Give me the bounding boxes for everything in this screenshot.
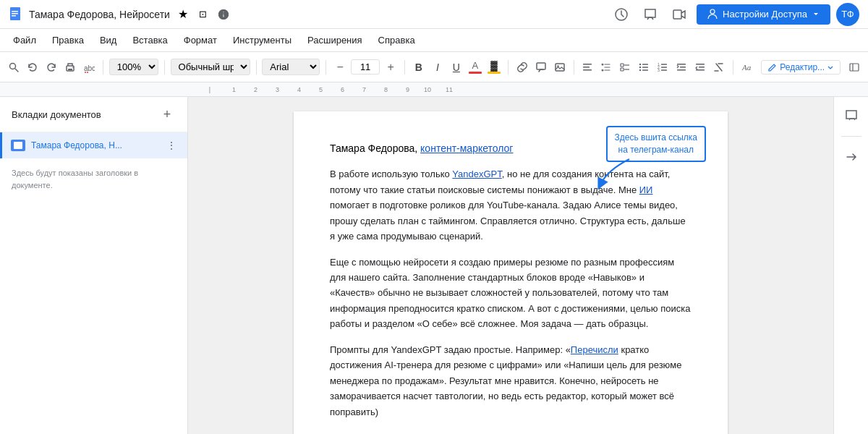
- separator-4: [326, 60, 326, 75]
- align-btn[interactable]: [579, 57, 595, 77]
- spellcheck-btn[interactable]: abc: [81, 57, 97, 77]
- document-page: Здесь вшита ссылка на телеграм-канал Там…: [294, 111, 728, 434]
- expand-right-btn[interactable]: [838, 144, 864, 170]
- menu-help[interactable]: Справка: [371, 32, 422, 48]
- doc-title-link[interactable]: контент-маркетолог: [420, 142, 513, 154]
- clear-format-btn[interactable]: [711, 57, 727, 77]
- svg-rect-2: [12, 13, 18, 14]
- svg-rect-18: [621, 64, 624, 67]
- recent-icon[interactable]: [610, 3, 633, 26]
- undo-btn[interactable]: [25, 57, 41, 77]
- svg-rect-17: [583, 69, 592, 71]
- document-tab-item[interactable]: Тамара Федорова, Н... ⋮: [0, 132, 187, 158]
- print-btn[interactable]: [62, 57, 78, 77]
- line-spacing-btn[interactable]: [598, 57, 614, 77]
- svg-rect-9: [68, 69, 72, 70]
- title-bar: Тамара Федорова, Нейросети ★ ⊡ Настройки…: [0, 0, 868, 29]
- menu-view[interactable]: Вид: [93, 32, 124, 48]
- menu-format[interactable]: Формат: [176, 32, 224, 48]
- separator-2: [164, 60, 165, 75]
- sidebar-note: Здесь будут показаны заголовки в докумен…: [0, 158, 187, 200]
- sidebar-title: Вкладки документов: [12, 109, 101, 120]
- underline-btn[interactable]: U: [448, 57, 464, 77]
- ruler: | 1 2 3 4 5 6 7 8 9 10 11: [0, 82, 868, 97]
- toolbar: abc 100% 75% 125% Обычный шр... Заголово…: [0, 52, 868, 82]
- image-btn[interactable]: [552, 57, 568, 77]
- comments-icon[interactable]: [639, 3, 662, 26]
- tab-label: Тамара Федорова, Н...: [31, 140, 158, 150]
- font-size-increase-btn[interactable]: +: [383, 57, 399, 77]
- access-button[interactable]: Настройки Доступа: [697, 4, 830, 25]
- add-tab-btn[interactable]: +: [158, 106, 176, 123]
- paragraph-2: Еще с помощью нейросети я создаю примеры…: [330, 255, 692, 332]
- svg-rect-3: [12, 15, 16, 17]
- text-color-btn[interactable]: A: [467, 57, 483, 77]
- history-icon[interactable]: [216, 7, 231, 22]
- svg-text:3.: 3.: [658, 68, 660, 72]
- checklist-btn[interactable]: [617, 57, 633, 77]
- callout-arrow-svg: [593, 159, 637, 188]
- callout-annotation: Здесь вшита ссылка на телеграм-канал: [606, 126, 706, 162]
- right-panel: [833, 97, 868, 434]
- comment-btn[interactable]: [533, 57, 549, 77]
- menu-extensions[interactable]: Расширения: [300, 32, 370, 48]
- font-size-input[interactable]: [351, 59, 380, 75]
- user-avatar[interactable]: ТФ: [836, 3, 859, 26]
- paragraph-3: Промпты для YandexGPT задаю простые. Нап…: [330, 342, 692, 420]
- style-select[interactable]: Обычный шр... Заголовок 1 Заголовок 2: [171, 59, 250, 75]
- svg-rect-41: [850, 64, 859, 71]
- meet-icon[interactable]: [668, 3, 691, 26]
- paragraph-1: В работе использую только YandexGPT, но …: [330, 166, 692, 244]
- separator-6: [508, 60, 509, 75]
- search-replace-btn[interactable]: [6, 57, 22, 77]
- more-formats-btn[interactable]: Aa: [739, 57, 755, 77]
- svg-point-26: [639, 69, 641, 70]
- svg-point-10: [72, 67, 74, 68]
- unordered-list-btn[interactable]: [636, 57, 652, 77]
- separator-5: [404, 60, 405, 75]
- menu-insert[interactable]: Вставка: [125, 32, 174, 48]
- svg-rect-1: [12, 11, 18, 12]
- mode-select-btn[interactable]: Редактир...: [761, 60, 841, 75]
- perchisli-link[interactable]: Перечисли: [571, 344, 618, 355]
- highlight-color-btn[interactable]: ▓: [486, 57, 502, 77]
- ordered-list-btn[interactable]: 1.2.3.: [655, 57, 671, 77]
- svg-rect-16: [583, 67, 590, 68]
- star-icon[interactable]: ★: [176, 7, 190, 22]
- move-icon[interactable]: ⊡: [196, 7, 210, 22]
- svg-rect-5: [673, 10, 681, 19]
- sidebar-toggle-btn[interactable]: [846, 57, 862, 77]
- comments-panel-btn[interactable]: [838, 103, 864, 129]
- svg-text:Aa: Aa: [741, 63, 752, 72]
- bold-btn[interactable]: B: [411, 57, 427, 77]
- svg-rect-15: [583, 64, 592, 65]
- decrease-indent-btn[interactable]: [673, 57, 689, 77]
- menu-tools[interactable]: Инструменты: [226, 32, 299, 48]
- svg-rect-13: [556, 64, 564, 71]
- svg-rect-23: [642, 64, 648, 65]
- link-btn[interactable]: [514, 57, 530, 77]
- separator-7: [574, 60, 574, 75]
- zoom-select[interactable]: 100% 75% 125%: [109, 59, 158, 75]
- tab-more-options-btn[interactable]: ⋮: [164, 138, 179, 153]
- font-size-decrease-btn[interactable]: −: [332, 57, 348, 77]
- menu-file[interactable]: Файл: [6, 32, 43, 48]
- svg-rect-33: [661, 69, 667, 71]
- separator-8: [733, 60, 733, 75]
- tab-doc-icon-inner: [14, 142, 22, 149]
- ii-link[interactable]: ИИ: [639, 184, 653, 195]
- right-panel-divider: [841, 136, 861, 137]
- svg-point-22: [639, 63, 641, 64]
- svg-rect-31: [661, 67, 667, 68]
- font-select[interactable]: Arial Times New Roman Courier New: [262, 59, 320, 75]
- document-tabs-sidebar: Вкладки документов + Тамара Федорова, Н.…: [0, 97, 188, 434]
- yandexgpt-link-1[interactable]: YandexGPT: [452, 169, 501, 179]
- svg-line-7: [15, 69, 18, 72]
- separator-3: [256, 60, 257, 75]
- svg-rect-38: [699, 67, 705, 68]
- increase-indent-btn[interactable]: [692, 57, 708, 77]
- sidebar-header: Вкладки документов +: [0, 97, 187, 132]
- italic-btn[interactable]: I: [430, 57, 446, 77]
- menu-edit[interactable]: Правка: [45, 32, 91, 48]
- redo-btn[interactable]: [43, 57, 59, 77]
